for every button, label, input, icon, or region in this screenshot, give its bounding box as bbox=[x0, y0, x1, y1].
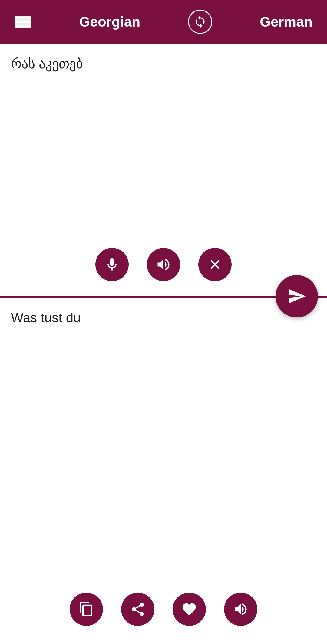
send-icon bbox=[287, 287, 306, 306]
volume-output-icon bbox=[233, 601, 249, 617]
copy-button[interactable] bbox=[70, 593, 103, 626]
source-text[interactable]: რას აკეთებ bbox=[0, 44, 327, 104]
swap-icon bbox=[193, 15, 207, 28]
microphone-icon bbox=[104, 257, 120, 272]
clear-button[interactable] bbox=[198, 248, 232, 281]
output-section: Was tust du bbox=[0, 298, 327, 644]
target-language-label[interactable]: German bbox=[260, 14, 312, 30]
speaker-output-button[interactable] bbox=[224, 593, 257, 626]
copy-icon bbox=[78, 601, 94, 617]
favorite-button[interactable] bbox=[173, 593, 206, 626]
translate-button[interactable] bbox=[276, 275, 318, 317]
source-language-label[interactable]: Georgian bbox=[79, 14, 140, 30]
swap-languages-button[interactable] bbox=[188, 10, 212, 34]
speaker-input-button[interactable] bbox=[147, 248, 180, 281]
output-controls bbox=[0, 593, 327, 626]
volume-icon bbox=[156, 257, 171, 272]
share-button[interactable] bbox=[121, 593, 154, 626]
menu-button[interactable] bbox=[15, 16, 31, 28]
heart-icon bbox=[181, 601, 197, 617]
share-icon bbox=[130, 601, 146, 617]
app-header: Georgian German bbox=[0, 0, 327, 44]
close-icon bbox=[207, 257, 223, 272]
microphone-button[interactable] bbox=[95, 248, 129, 281]
input-controls bbox=[0, 248, 327, 281]
input-section: რას აკეთებ bbox=[0, 44, 327, 298]
